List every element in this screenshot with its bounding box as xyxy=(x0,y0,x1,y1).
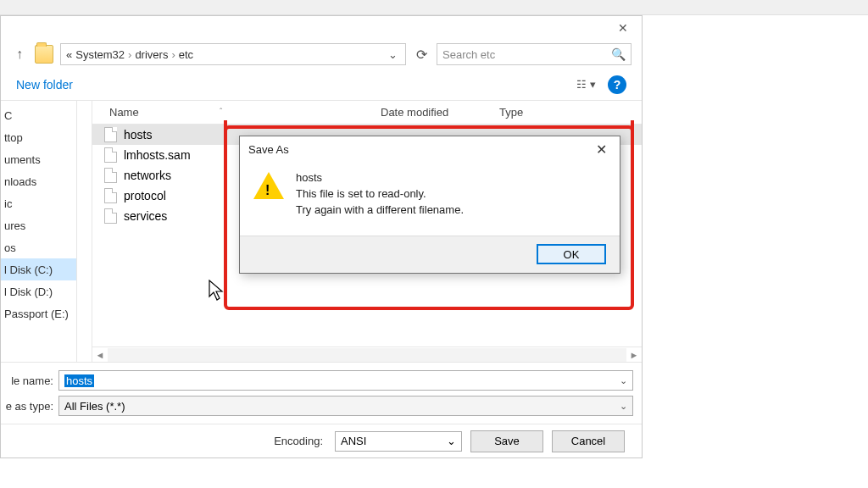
dialog-title: Save As xyxy=(248,143,289,156)
save-fields: le name: hosts ⌄ e as type: All Files (*… xyxy=(1,362,642,424)
filename-value: hosts xyxy=(64,374,94,387)
error-dialog: Save As ✕ hosts This file is set to read… xyxy=(239,136,620,274)
nav-item[interactable]: nloads xyxy=(1,170,76,192)
breadcrumb-part[interactable]: System32 xyxy=(75,48,125,61)
scroll-right-icon[interactable]: ► xyxy=(626,350,642,360)
breadcrumb-part[interactable]: drivers xyxy=(135,48,168,61)
search-icon: 🔍 xyxy=(611,47,626,61)
nav-item[interactable]: ures xyxy=(1,214,76,236)
view-options-button[interactable]: ☷ ▾ xyxy=(576,78,596,91)
dialog-button-row: Encoding: ANSI ⌄ Save Cancel xyxy=(1,424,642,458)
search-placeholder: Search etc xyxy=(442,48,495,61)
nav-up-icon[interactable]: ↑ xyxy=(11,47,28,62)
save-button[interactable]: Save xyxy=(470,430,543,452)
breadcrumb[interactable]: « System32 › drivers › etc ⌄ xyxy=(60,43,406,65)
file-icon xyxy=(104,127,117,142)
toolbar: New folder ☷ ▾ ? xyxy=(1,69,642,101)
chevron-down-icon: ▾ xyxy=(590,78,596,91)
navigation-pane[interactable]: C ttop uments nloads ic ures os l Disk (… xyxy=(1,101,77,362)
help-icon[interactable]: ? xyxy=(608,75,626,94)
sort-asc-icon: ˆ xyxy=(220,108,222,117)
nav-item[interactable]: Passport (E:) xyxy=(1,302,76,324)
file-icon xyxy=(104,188,117,203)
dialog-body: hosts This file is set to read-only. Try… xyxy=(240,162,620,236)
nav-item[interactable]: os xyxy=(1,236,76,258)
breadcrumb-prefix: « xyxy=(66,48,72,61)
encoding-label: Encoding: xyxy=(274,435,323,447)
warning-icon xyxy=(253,172,284,199)
dialog-button-row: OK xyxy=(240,236,620,273)
chevron-down-icon[interactable]: ⌄ xyxy=(620,401,627,412)
dialog-titlebar: Save As ✕ xyxy=(240,136,620,162)
app-menu-bar xyxy=(0,0,868,15)
folder-icon xyxy=(35,45,53,64)
filetype-select[interactable]: All Files (*.*) ⌄ xyxy=(58,396,633,416)
close-icon[interactable]: ✕ xyxy=(591,141,611,158)
column-headers: Nameˆ Date modified Type xyxy=(92,101,642,125)
list-view-icon: ☷ xyxy=(576,78,587,91)
encoding-select[interactable]: ANSI ⌄ xyxy=(335,431,462,452)
chevron-down-icon[interactable]: ⌄ xyxy=(620,375,627,386)
filetype-value: All Files (*.*) xyxy=(64,400,125,413)
file-icon xyxy=(104,147,117,163)
address-row: ↑ « System32 › drivers › etc ⌄ ⟳ Search … xyxy=(1,40,642,69)
nav-item[interactable]: l Disk (D:) xyxy=(1,280,76,302)
chevron-down-icon[interactable]: ⌄ xyxy=(447,435,456,447)
column-type[interactable]: Type xyxy=(499,106,642,119)
nav-item[interactable]: C xyxy=(1,104,76,126)
nav-item[interactable]: ic xyxy=(1,192,76,214)
file-icon xyxy=(104,168,117,183)
chevron-right-icon: › xyxy=(128,48,131,61)
filename-label: le name: xyxy=(1,374,53,387)
nav-item[interactable]: ttop xyxy=(1,126,76,148)
search-input[interactable]: Search etc 🔍 xyxy=(437,43,632,65)
pane-splitter[interactable] xyxy=(77,101,92,362)
column-name[interactable]: Nameˆ xyxy=(92,106,381,119)
filename-input[interactable]: hosts ⌄ xyxy=(58,370,633,391)
refresh-icon[interactable]: ⟳ xyxy=(413,47,430,63)
nav-item[interactable]: uments xyxy=(1,148,76,170)
cancel-button[interactable]: Cancel xyxy=(552,430,625,452)
column-date[interactable]: Date modified xyxy=(381,106,499,119)
dialog-message: hosts This file is set to read-only. Try… xyxy=(296,170,464,219)
file-icon xyxy=(104,208,117,224)
close-icon[interactable]: ✕ xyxy=(604,16,642,40)
filetype-label: e as type: xyxy=(1,400,53,413)
scroll-left-icon[interactable]: ◄ xyxy=(92,350,108,360)
scroll-track[interactable] xyxy=(108,348,626,362)
chevron-down-icon[interactable]: ⌄ xyxy=(385,48,400,61)
new-folder-button[interactable]: New folder xyxy=(16,78,73,92)
horizontal-scrollbar[interactable]: ◄ ► xyxy=(92,347,642,362)
chevron-right-icon: › xyxy=(171,48,175,61)
ok-button[interactable]: OK xyxy=(537,244,606,264)
nav-item[interactable]: l Disk (C:) xyxy=(1,258,76,280)
breadcrumb-part[interactable]: etc xyxy=(179,48,193,61)
window-titlebar: ✕ xyxy=(1,16,642,40)
